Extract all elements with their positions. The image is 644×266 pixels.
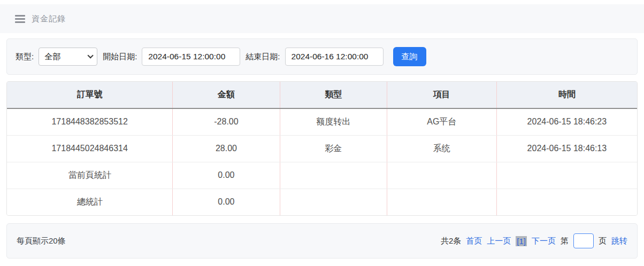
prev-page-link[interactable]: 上一页	[487, 236, 511, 246]
table-cell	[387, 162, 496, 189]
page-size-text: 每頁顯示20條	[17, 236, 66, 246]
table-cell: 彩金	[280, 135, 387, 162]
table-cell	[280, 189, 387, 215]
jump-suffix-label: 页	[599, 236, 607, 246]
table-cell: -28.00	[173, 108, 280, 135]
table-cell: 2024-06-15 18:46:13	[496, 135, 637, 162]
end-date-label: 結束日期:	[246, 52, 280, 62]
table-cell: 28.00	[173, 135, 280, 162]
column-header: 項目	[387, 82, 496, 108]
top-header-bar: 資金記錄	[0, 4, 644, 33]
table-cell: 2024-06-15 18:46:23	[496, 108, 637, 135]
type-select[interactable]: 全部	[39, 48, 97, 66]
table-cell: AG平台	[387, 108, 496, 135]
column-header: 類型	[280, 82, 387, 108]
page-title: 資金記錄	[32, 14, 66, 24]
table-cell: 當前頁統計	[7, 162, 173, 189]
query-button[interactable]: 查詢	[393, 47, 426, 66]
start-date-label: 開始日期:	[103, 52, 137, 62]
pagination-controls: 共2条 首页 上一页 [1] 下一页 第 页 跳转	[436, 233, 627, 248]
type-label: 類型:	[16, 52, 34, 62]
table-cell	[496, 189, 637, 215]
table-cell	[280, 162, 387, 189]
jump-button[interactable]: 跳转	[611, 236, 627, 246]
pagination-footer: 每頁顯示20條 共2条 首页 上一页 [1] 下一页 第 页 跳转	[6, 223, 638, 259]
table-cell: 系统	[387, 135, 496, 162]
table-cell: 1718448382853512	[7, 108, 173, 135]
filter-panel: 類型: 全部 開始日期: 結束日期: 查詢	[6, 38, 638, 75]
total-count-text: 共2条	[441, 236, 461, 246]
column-header: 金額	[173, 82, 280, 108]
table-row: 當前頁統計0.00	[7, 162, 637, 189]
type-select-value: 全部	[44, 52, 87, 62]
table-cell: 0.00	[173, 189, 280, 215]
table-header-row: 訂單號金額類型項目時間	[7, 82, 637, 108]
start-date-input[interactable]	[142, 48, 240, 66]
hamburger-menu-icon[interactable]	[15, 15, 25, 23]
jump-prefix-label: 第	[561, 236, 569, 246]
table-cell: 额度转出	[280, 108, 387, 135]
first-page-link[interactable]: 首页	[466, 236, 482, 246]
column-header: 時間	[496, 82, 637, 108]
table-cell: 總統計	[7, 189, 173, 215]
next-page-link[interactable]: 下一页	[532, 236, 556, 246]
table-cell: 0.00	[173, 162, 280, 189]
funds-table: 訂單號金額類型項目時間 1718448382853512-28.00额度转出AG…	[6, 81, 638, 216]
table-row: 171844502484631428.00彩金系统2024-06-15 18:4…	[7, 135, 637, 162]
current-page-indicator: [1]	[516, 236, 527, 246]
table-row: 總統計0.00	[7, 189, 637, 215]
column-header: 訂單號	[7, 82, 173, 108]
table-cell: 1718445024846314	[7, 135, 173, 162]
chevron-down-icon	[88, 52, 94, 58]
jump-page-input[interactable]	[573, 233, 594, 248]
table-cell	[496, 162, 637, 189]
table-row: 1718448382853512-28.00额度转出AG平台2024-06-15…	[7, 108, 637, 135]
end-date-input[interactable]	[285, 48, 384, 66]
table-cell	[387, 189, 496, 215]
